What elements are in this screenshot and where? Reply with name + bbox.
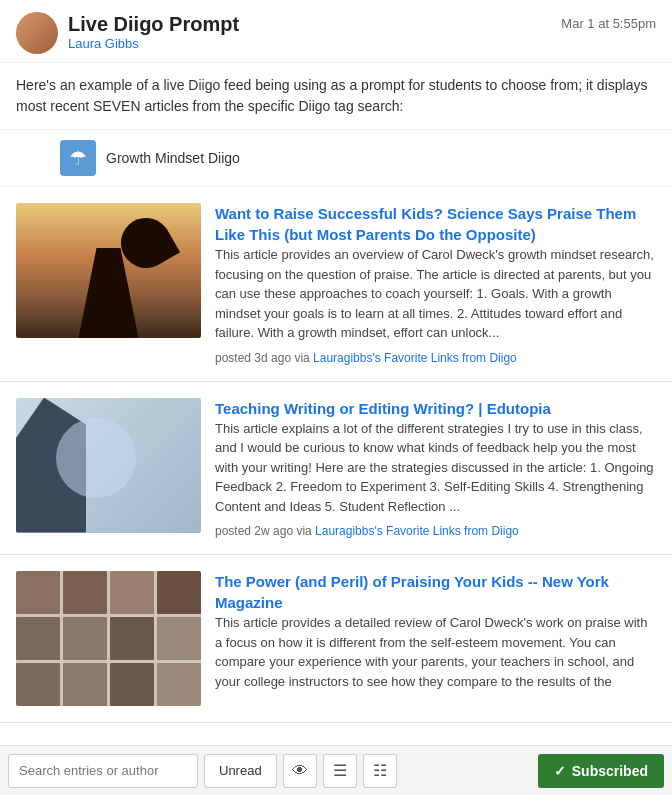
funnel-icon: ☷ — [373, 761, 387, 780]
page-title: Live Diigo Prompt — [68, 12, 239, 36]
header-left: Live Diigo Prompt Laura Gibbs — [16, 12, 239, 54]
article-meta: posted 2w ago via Lauragibbs's Favorite … — [215, 524, 656, 538]
header-title-block: Live Diigo Prompt Laura Gibbs — [68, 12, 239, 51]
author-link[interactable]: Laura Gibbs — [68, 36, 239, 51]
article-meta: posted 3d ago via Lauragibbs's Favorite … — [215, 351, 656, 365]
eye-button[interactable]: 👁 — [283, 754, 317, 788]
table-row: Teaching Writing or Editing Writing? | E… — [0, 382, 672, 556]
page-description: Here's an example of a live Diigo feed b… — [0, 63, 672, 130]
table-row: Want to Raise Successful Kids? Science S… — [0, 187, 672, 382]
feed-label: Growth Mindset Diigo — [106, 150, 240, 166]
feed-source: ☂ Growth Mindset Diigo — [0, 130, 672, 187]
table-row: The Power (and Peril) of Praising Your K… — [0, 555, 672, 723]
list-icon: ☰ — [333, 761, 347, 780]
article-thumbnail — [16, 571, 201, 706]
article-content: Want to Raise Successful Kids? Science S… — [215, 203, 656, 365]
bottom-toolbar: Unread 👁 ☰ ☷ ✓ Subscribed — [0, 745, 672, 795]
article-title-link[interactable]: Want to Raise Successful Kids? Science S… — [215, 205, 636, 243]
article-content: Teaching Writing or Editing Writing? | E… — [215, 398, 656, 539]
article-excerpt: This article provides a detailed review … — [215, 613, 656, 691]
article-title-link[interactable]: The Power (and Peril) of Praising Your K… — [215, 573, 609, 611]
unread-button[interactable]: Unread — [204, 754, 277, 788]
checkmark-icon: ✓ — [554, 763, 566, 779]
article-thumbnail — [16, 398, 201, 533]
eye-icon: 👁 — [292, 762, 308, 780]
article-title-link[interactable]: Teaching Writing or Editing Writing? | E… — [215, 400, 551, 417]
meta-source-link[interactable]: Lauragibbs's Favorite Links from Diigo — [315, 524, 519, 538]
article-content: The Power (and Peril) of Praising Your K… — [215, 571, 656, 706]
subscribed-label: Subscribed — [572, 763, 648, 779]
rss-icon: ☂ — [60, 140, 96, 176]
avatar — [16, 12, 58, 54]
articles-list[interactable]: Want to Raise Successful Kids? Science S… — [0, 187, 672, 787]
page-header: Live Diigo Prompt Laura Gibbs Mar 1 at 5… — [0, 0, 672, 63]
article-excerpt: This article explains a lot of the diffe… — [215, 419, 656, 517]
list-filter-button[interactable]: ☰ — [323, 754, 357, 788]
article-thumbnail — [16, 203, 201, 338]
article-excerpt: This article provides an overview of Car… — [215, 245, 656, 343]
funnel-filter-button[interactable]: ☷ — [363, 754, 397, 788]
search-input[interactable] — [8, 754, 198, 788]
subscribed-button[interactable]: ✓ Subscribed — [538, 754, 664, 788]
post-date: Mar 1 at 5:55pm — [561, 12, 656, 31]
meta-source-link[interactable]: Lauragibbs's Favorite Links from Diigo — [313, 351, 517, 365]
